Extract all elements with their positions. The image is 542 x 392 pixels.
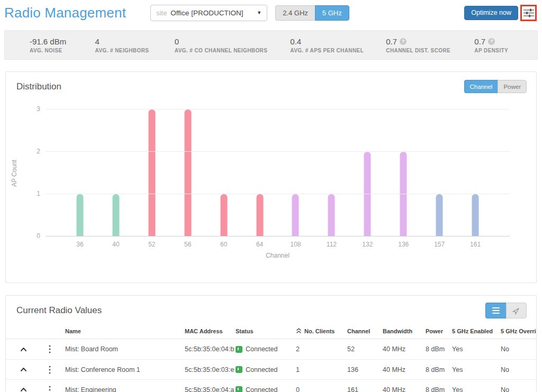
stat-value: 0.4	[290, 37, 301, 46]
column-header-power[interactable]: Power	[423, 328, 449, 334]
top-bar: Radio Management site Office [PRODUCTION…	[0, 0, 542, 25]
stat-avg-co-channel-neighbors: 0AVG. # CO CHANNEL NEIGHBORS	[175, 37, 291, 53]
kebab-menu-icon	[49, 345, 51, 353]
radio-values-table: NameMAC AddressStatusNo. ClientsChannelB…	[6, 323, 536, 392]
collapse-row-button[interactable]	[20, 347, 27, 352]
bar-slot-channel-56	[170, 110, 206, 236]
bar-channel-132[interactable]	[364, 152, 371, 236]
power-view-button[interactable]: Power	[498, 80, 527, 93]
cell-no-clients: 0	[292, 386, 345, 392]
column-header-mac-address[interactable]: MAC Address	[179, 328, 234, 334]
row-menu-button[interactable]	[49, 386, 51, 392]
bar-channel-60[interactable]	[220, 194, 227, 236]
kebab-menu-icon	[49, 366, 51, 374]
list-view-button[interactable]	[485, 303, 506, 318]
stat-ap-density: 0.7?AP DENSITY	[474, 37, 537, 53]
bar-channel-36[interactable]	[76, 194, 83, 236]
y-tick-label: 0	[23, 232, 40, 240]
site-selector-value: Office [PRODUCTION]	[170, 9, 254, 17]
bar-channel-136[interactable]	[400, 152, 407, 236]
stat-avg-neighbors: 4AVG. # NEIGHBORS	[95, 37, 175, 53]
cell-5ghz-enabled: Yes	[449, 366, 498, 373]
table-header-row: NameMAC AddressStatusNo. ClientsChannelB…	[6, 323, 536, 339]
cell-channel: 52	[345, 345, 380, 353]
kebab-menu-icon	[49, 386, 51, 392]
site-selector[interactable]: site Office [PRODUCTION] ▼	[150, 5, 267, 21]
column-header-5-ghz-enabled[interactable]: 5 GHz Enabled	[449, 328, 498, 334]
chevron-down-icon: ▼	[257, 10, 261, 15]
chart-plot-area: 0123	[46, 110, 510, 236]
bar-channel-161[interactable]	[472, 194, 479, 236]
cell-mac-address: 5c:5b:35:0e:04:ab	[179, 386, 234, 392]
x-tick-label: 60	[206, 241, 242, 248]
chevron-up-icon	[20, 347, 27, 352]
x-tick-label: 56	[170, 241, 206, 248]
stats-bar: -91.6 dBmAVG. NOISE4AVG. # NEIGHBORS0AVG…	[4, 30, 538, 60]
collapse-row-button[interactable]	[20, 367, 27, 372]
x-tick-label: 112	[313, 241, 349, 248]
bar-slot-channel-112	[313, 110, 349, 236]
help-icon[interactable]: ?	[488, 38, 495, 45]
bar-channel-64[interactable]	[256, 194, 263, 236]
bar-channel-52[interactable]	[148, 110, 155, 236]
x-tick-label: 161	[457, 241, 493, 248]
band-2-4ghz-button[interactable]: 2.4 GHz	[275, 5, 315, 21]
row-menu-button[interactable]	[49, 366, 51, 374]
cell-power: 8 dBm	[423, 345, 449, 353]
current-radio-values-title: Current Radio Values	[16, 305, 102, 316]
channel-view-button[interactable]: Channel	[464, 80, 498, 93]
column-header-status[interactable]: Status	[234, 328, 292, 334]
table-row-1: Mist: Conference Room 15c:5b:35:0e:03:ed…	[6, 359, 536, 379]
column-header-5-ghz-override[interactable]: 5 GHz Override	[498, 328, 536, 334]
stat-label: AP DENSITY	[474, 48, 537, 53]
optimize-now-button[interactable]: Optimize now	[464, 6, 518, 20]
stat-value: 0	[175, 37, 179, 46]
stat-avg-noise: -91.6 dBmAVG. NOISE	[30, 37, 95, 53]
x-tick-label: 136	[385, 241, 421, 248]
stat-label: AVG. # NEIGHBORS	[95, 48, 175, 53]
map-view-button[interactable]	[506, 303, 527, 318]
bar-channel-157[interactable]	[436, 194, 443, 236]
row-menu-button[interactable]	[49, 345, 51, 353]
cell-5ghz-enabled: Yes	[449, 345, 498, 353]
collapse-row-button[interactable]	[20, 387, 27, 392]
bar-channel-112[interactable]	[328, 194, 335, 236]
stat-value: 0.7	[386, 37, 397, 46]
bar-slot-channel-52	[134, 110, 170, 236]
column-header-name[interactable]: Name	[59, 328, 179, 334]
cursor-arrow-icon	[512, 306, 521, 315]
band-5ghz-button[interactable]: 5 GHz	[315, 5, 349, 21]
table-view-toggle	[485, 303, 527, 318]
cell-no-clients: 1	[292, 366, 345, 373]
sort-ascending-icon	[296, 328, 302, 334]
cell-status: Connected	[234, 345, 292, 353]
stat-label: AVG. # CO CHANNEL NEIGHBORS	[175, 48, 291, 53]
site-selector-label: site	[156, 9, 167, 17]
column-header-no-clients[interactable]: No. Clients	[292, 328, 345, 334]
bar-channel-40[interactable]	[112, 194, 119, 236]
bar-slot-channel-40	[98, 110, 134, 236]
cell-5ghz-override: No	[498, 366, 536, 373]
cell-power: 8 dBm	[423, 386, 449, 392]
radio-settings-button[interactable]	[523, 8, 534, 17]
bar-channel-108[interactable]	[292, 194, 299, 236]
bar-slot-channel-132	[349, 110, 385, 236]
y-tick-label: 2	[23, 148, 40, 155]
cell-status: Connected	[234, 386, 292, 392]
bar-channel-56[interactable]	[184, 110, 191, 236]
bar-slot-channel-36	[62, 110, 98, 236]
list-icon	[492, 307, 500, 314]
stat-label: AVG. # APS PER CHANNEL	[290, 48, 386, 53]
bar-slot-channel-108	[278, 110, 314, 236]
help-icon[interactable]: ?	[400, 38, 406, 45]
column-header-channel[interactable]: Channel	[345, 328, 380, 334]
bar-slot-channel-157	[421, 110, 457, 236]
gridline	[46, 194, 510, 194]
stat-value: -91.6 dBm	[30, 37, 66, 46]
table-row-0: Mist: Board Room5c:5b:35:0e:04:b0Connect…	[6, 339, 536, 359]
chart-x-axis-label: Channel	[46, 252, 510, 259]
x-tick-label: 132	[349, 241, 385, 248]
distribution-card: Distribution Channel Power AP Count 0123…	[5, 71, 537, 283]
column-header-bandwidth[interactable]: Bandwidth	[380, 328, 423, 334]
x-tick-label: 36	[62, 241, 98, 248]
